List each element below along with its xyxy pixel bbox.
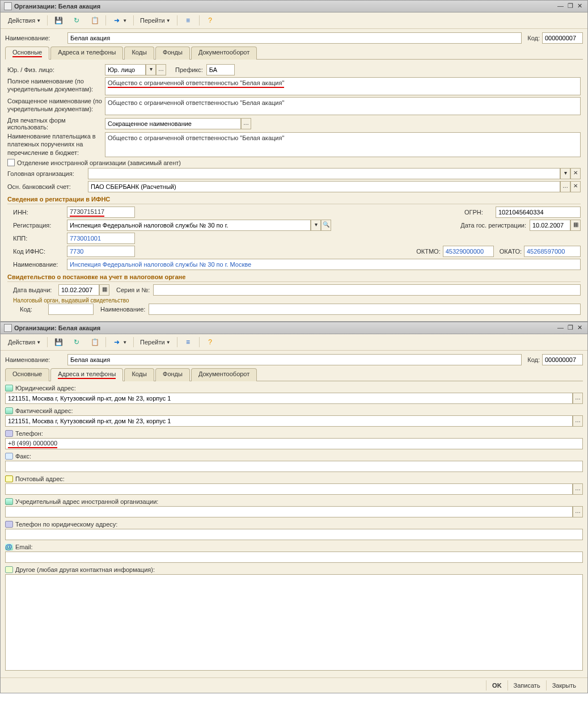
tab-docflow[interactable]: Документооборот: [191, 368, 257, 381]
reg-dropdown-button[interactable]: ▾: [311, 220, 321, 231]
name-input[interactable]: [67, 32, 522, 44]
save-icon-button[interactable]: 💾: [50, 14, 67, 27]
reg-date-calendar-button[interactable]: ▦: [570, 220, 581, 231]
kpp-input[interactable]: [67, 233, 135, 244]
ifns-name-input[interactable]: [67, 259, 581, 270]
code-input[interactable]: [542, 354, 583, 365]
legal-address-input[interactable]: [5, 393, 573, 404]
cert-serial-input[interactable]: [153, 284, 581, 296]
tab-docflow[interactable]: Документооборот: [191, 47, 257, 60]
reg-input[interactable]: [67, 220, 311, 231]
close-button[interactable]: Закрыть: [546, 680, 582, 691]
name-input[interactable]: [67, 354, 522, 365]
tab-main[interactable]: Основные: [5, 47, 49, 60]
goto-menu[interactable]: Перейти ▼: [136, 15, 175, 26]
tab-codes[interactable]: Коды: [124, 47, 154, 60]
okato-label: ОКАТО:: [500, 248, 522, 255]
full-name-input[interactable]: Общество с ограниченной ответственностью…: [105, 77, 581, 95]
postal-address-more-button[interactable]: …: [573, 483, 583, 495]
head-org-input[interactable]: [88, 168, 560, 179]
window-title: Организации: Белая акация: [14, 3, 555, 10]
foreign-branch-label: Отделение иностранной организации (завис…: [17, 159, 181, 166]
head-org-clear-button[interactable]: ✕: [570, 168, 581, 179]
close-button[interactable]: ✕: [576, 325, 584, 332]
reg-date-input[interactable]: [530, 220, 570, 231]
ogrn-input[interactable]: [496, 207, 581, 218]
actions-menu[interactable]: Действия ▼: [4, 337, 45, 347]
link-icon-button[interactable]: ➜▼: [108, 336, 131, 348]
cert-authority-label: Налоговый орган, выдавший свидетельство: [13, 297, 581, 304]
tab-main[interactable]: Основные: [5, 368, 49, 381]
cert-date-calendar-button[interactable]: ▦: [99, 284, 109, 296]
print-forms-more-button[interactable]: …: [241, 118, 251, 129]
short-name-input[interactable]: Общество с ограниченной ответственностью…: [105, 97, 581, 115]
foreign-address-input[interactable]: [5, 506, 573, 517]
other-info-textarea[interactable]: [5, 574, 583, 671]
legal-address-label: Юридический адрес:: [15, 385, 76, 392]
refresh-icon-button[interactable]: ↻: [68, 14, 85, 27]
tab-funds[interactable]: Фонды: [155, 47, 190, 60]
save-button[interactable]: Записать: [507, 680, 546, 691]
cert-code-input[interactable]: [48, 304, 94, 315]
oktmo-label: ОКТМО:: [416, 248, 440, 255]
payer-name-input[interactable]: Общество с ограниченной ответственностью…: [105, 132, 581, 157]
head-org-dropdown-button[interactable]: ▾: [560, 168, 570, 179]
minimize-button[interactable]: —: [556, 325, 565, 332]
phone-input[interactable]: +8 (499) 0000000: [5, 438, 583, 449]
cert-name-input[interactable]: [149, 304, 581, 315]
oktmo-input[interactable]: [443, 246, 494, 257]
goto-menu[interactable]: Перейти ▼: [136, 337, 175, 347]
print-forms-input[interactable]: [105, 118, 241, 129]
ifns-section-title: Сведения о регистрации в ИФНС: [7, 195, 581, 204]
cert-serial-label: Серия и №:: [116, 287, 150, 293]
list-icon-button[interactable]: ≡: [180, 336, 197, 348]
list-icon-button[interactable]: ≡: [180, 14, 197, 27]
tab-codes[interactable]: Коды: [124, 368, 154, 381]
foreign-branch-checkbox[interactable]: [7, 159, 15, 166]
code-input[interactable]: [542, 32, 583, 44]
foreign-address-more-button[interactable]: …: [573, 506, 583, 517]
save-icon-button[interactable]: 💾: [50, 336, 67, 348]
refresh-icon-button[interactable]: ↻: [68, 336, 85, 348]
ok-button[interactable]: OK: [486, 680, 507, 691]
help-icon-button[interactable]: ?: [202, 14, 219, 27]
reg-search-button[interactable]: 🔍: [321, 220, 331, 231]
bank-label: Осн. банковский счет:: [7, 183, 88, 190]
bank-input[interactable]: [88, 181, 560, 192]
tab-addresses[interactable]: Адреса и телефоны: [50, 368, 123, 381]
tab-funds[interactable]: Фонды: [155, 368, 190, 381]
fax-input[interactable]: [5, 461, 583, 472]
link-icon-button[interactable]: ➜▼: [108, 14, 131, 27]
actual-address-input[interactable]: [5, 415, 573, 427]
cert-date-input[interactable]: [58, 284, 99, 296]
actual-address-more-button[interactable]: …: [573, 415, 583, 427]
addresses-tab-content: Юридический адрес: … Фактический адрес: …: [5, 385, 583, 671]
ogrn-label: ОГРН:: [464, 209, 496, 216]
postal-address-input[interactable]: [5, 483, 573, 495]
prefix-input[interactable]: [206, 64, 235, 75]
legal-type-select[interactable]: [105, 64, 146, 75]
form-body: Наименование: Код: Основные Адреса и тел…: [1, 29, 587, 321]
bank-more-button[interactable]: …: [560, 181, 570, 192]
legal-type-more-button[interactable]: …: [156, 64, 166, 75]
maximize-button[interactable]: ❐: [566, 325, 574, 332]
legal-phone-input[interactable]: [5, 529, 583, 540]
inn-input[interactable]: 7730715117: [67, 207, 135, 218]
legal-phone-label: Телефон по юридическому адресу:: [15, 521, 117, 528]
code-label: Код:: [527, 356, 540, 363]
maximize-button[interactable]: ❐: [566, 3, 574, 10]
legal-type-dropdown-button[interactable]: ▾: [146, 64, 156, 75]
email-input[interactable]: [5, 552, 583, 563]
bank-clear-button[interactable]: ✕: [570, 181, 581, 192]
ifns-code-input[interactable]: [67, 246, 135, 257]
copy-icon-button[interactable]: 📋: [86, 14, 103, 27]
copy-icon-button[interactable]: 📋: [86, 336, 103, 348]
help-icon-button[interactable]: ?: [202, 336, 219, 348]
close-button[interactable]: ✕: [576, 3, 584, 10]
titlebar: Организации: Белая акация — ❐ ✕: [1, 1, 587, 12]
legal-address-more-button[interactable]: …: [573, 393, 583, 404]
tab-addresses[interactable]: Адреса и телефоны: [50, 47, 123, 60]
actions-menu[interactable]: Действия ▼: [4, 15, 45, 26]
okato-input[interactable]: [524, 246, 581, 257]
minimize-button[interactable]: —: [556, 3, 565, 10]
